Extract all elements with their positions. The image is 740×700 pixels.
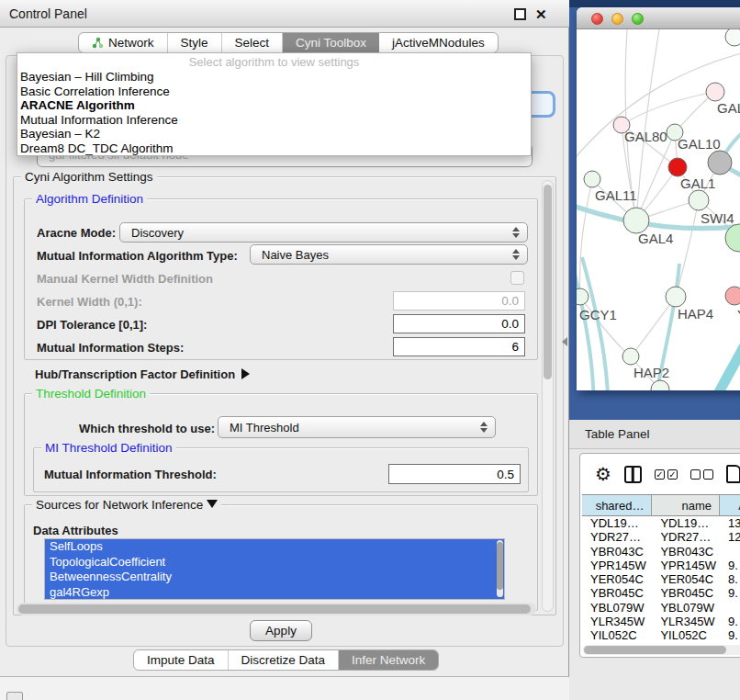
desktop-top-strip <box>569 0 740 7</box>
aracne-mode-combo[interactable]: Discovery <box>119 222 528 243</box>
combo-stepper-icon <box>512 245 520 264</box>
panel-splitter-arrow[interactable] <box>562 337 567 346</box>
which-threshold-value: MI Threshold <box>230 421 299 435</box>
kernel-width-label: Kernel Width (0,1): <box>37 295 142 309</box>
network-node[interactable] <box>668 158 687 176</box>
settings-vertical-scrollbar-thumb[interactable] <box>544 185 552 379</box>
network-node[interactable] <box>725 29 740 46</box>
mi-steps-field[interactable] <box>393 337 525 356</box>
network-node-gcy1[interactable] <box>577 288 589 305</box>
node-label: GAL10 <box>678 136 721 152</box>
column-header-name[interactable]: name <box>652 495 720 515</box>
network-node-hap4[interactable] <box>666 287 686 307</box>
algorithm-option[interactable]: Bayesian – Hill Climbing <box>17 70 531 85</box>
tab-infer-network[interactable]: Infer Network <box>339 650 438 670</box>
network-node-gal4[interactable] <box>623 208 649 233</box>
float-panel-icon[interactable] <box>514 8 526 20</box>
network-edge[interactable] <box>577 259 594 390</box>
attribute-item[interactable]: BetweennessCentrality <box>45 570 504 585</box>
tab-network[interactable]: Network <box>79 33 168 52</box>
minimize-window-icon[interactable] <box>611 13 623 25</box>
table-cell: YER054C <box>652 572 720 586</box>
algorithm-option[interactable]: ARACNE Algorithm <box>17 98 531 113</box>
table-row[interactable]: YBR043CYBR043C <box>582 545 740 559</box>
attribute-item[interactable]: gal4RGexp <box>45 585 504 601</box>
deselect-all-columns-icon[interactable] <box>690 469 713 480</box>
dpi-tolerance-field[interactable] <box>393 314 525 333</box>
algorithm-dropdown-items: Bayesian – Hill ClimbingBasic Correlatio… <box>17 70 531 155</box>
table-cell: YLR345W <box>652 615 720 628</box>
tab-discretize-data[interactable]: Discretize Data <box>229 650 340 670</box>
new-table-icon[interactable] <box>726 465 740 483</box>
network-canvas[interactable]: GALGAL80GAL10GAL1GAL11GAL4SWI4GCY1HAP4YH… <box>577 29 740 390</box>
table-cell: 9. <box>720 559 740 572</box>
table-toolbar: ⚙ ✓✓ <box>580 454 740 494</box>
tab-select[interactable]: Select <box>222 33 284 52</box>
column-header-shared…[interactable]: shared… <box>582 495 652 515</box>
split-columns-icon[interactable] <box>624 466 642 483</box>
table-cell: YPR145W <box>652 559 720 572</box>
select-all-columns-icon[interactable]: ✓✓ <box>655 469 678 480</box>
table-row[interactable]: YBR045CYBR045C9. <box>582 586 740 600</box>
settings-vertical-scrollbar[interactable] <box>542 180 554 612</box>
tab-impute-data[interactable]: Impute Data <box>134 650 229 670</box>
table-row[interactable]: YDR27…YDR27…12 <box>582 530 740 544</box>
network-node-y[interactable] <box>725 287 740 305</box>
network-node-gal11[interactable] <box>584 171 600 187</box>
apply-button[interactable]: Apply <box>250 620 312 641</box>
network-window[interactable]: GALGAL80GAL10GAL1GAL11GAL4SWI4GCY1HAP4YH… <box>577 7 740 390</box>
tab-cyni-toolbox[interactable]: Cyni Toolbox <box>283 33 379 52</box>
kernel-width-field[interactable] <box>393 291 525 310</box>
mi-algorithm-type-value: Naive Bayes <box>262 248 329 262</box>
network-window-titlebar[interactable] <box>577 7 740 29</box>
data-attributes-list[interactable]: SelfLoopsTopologicalCoefficientBetweenne… <box>44 538 505 600</box>
table-panel-titlebar: Table Panel <box>569 420 740 449</box>
table-panel: Table Panel ⚙ ✓✓ shared…nameA YDL19…YDL1… <box>569 420 740 700</box>
tab-jactivemnodules[interactable]: jActiveMNodules <box>379 33 498 52</box>
table-horizontal-scrollbar-thumb[interactable] <box>584 646 726 654</box>
network-edge[interactable] <box>622 92 715 125</box>
mi-threshold-field[interactable] <box>388 464 521 484</box>
table-panel-body: ⚙ ✓✓ shared…nameA YDL19…YDL19…13YDR27…YD… <box>579 453 740 658</box>
network-edge[interactable] <box>636 132 675 220</box>
tab-style[interactable]: Style <box>168 33 222 52</box>
table-row[interactable]: YPR145WYPR145W9. <box>582 559 740 572</box>
algorithm-definition-title: Algorithm Definition <box>32 192 147 206</box>
sources-group-title[interactable]: Sources for Network Inference <box>32 498 221 512</box>
close-panel-icon[interactable]: ✕ <box>535 8 547 20</box>
hub-tf-definition-toggle[interactable]: Hub/Transcription Factor Definition <box>35 367 250 381</box>
algorithm-option[interactable]: Mutual Information Inference <box>17 113 531 128</box>
attribute-item[interactable]: SelfLoops <box>45 539 504 555</box>
attribute-item[interactable]: TopologicalCoefficient <box>45 555 504 570</box>
table-horizontal-scrollbar[interactable] <box>583 645 740 655</box>
mi-algorithm-type-combo[interactable]: Naive Bayes <box>250 244 528 265</box>
zoom-window-icon[interactable] <box>632 13 644 25</box>
settings-horizontal-scrollbar[interactable] <box>17 603 536 615</box>
aracne-mode-label: Aracne Mode: <box>37 226 116 240</box>
network-node[interactable] <box>708 151 732 175</box>
table-row[interactable]: YLR345WYLR345W9. <box>582 615 740 628</box>
network-edge[interactable] <box>580 179 592 297</box>
attributes-scrollbar-thumb[interactable] <box>497 542 503 590</box>
algorithm-option[interactable]: Basic Correlation Inference <box>17 85 531 99</box>
table-row[interactable]: YDL19…YDL19…13 <box>582 516 740 530</box>
gear-icon[interactable]: ⚙ <box>595 465 611 483</box>
minimized-panel-icon[interactable] <box>6 692 23 700</box>
network-edge[interactable] <box>676 200 699 297</box>
attributes-scrollbar[interactable] <box>497 540 503 597</box>
table-row[interactable]: YBL079WYBL079W <box>582 601 740 615</box>
table-row[interactable]: YER054CYER054C8. <box>582 572 740 586</box>
column-header-a[interactable]: A <box>720 495 740 515</box>
network-edge[interactable] <box>712 300 740 390</box>
table-header-row: shared…nameA <box>582 494 740 516</box>
table-row[interactable]: YIL052CYIL052C9. <box>582 628 740 642</box>
network-node-gal1[interactable] <box>689 190 709 210</box>
network-node-gal[interactable] <box>706 83 724 101</box>
algorithm-option[interactable]: Bayesian – K2 <box>17 127 531 141</box>
algorithm-option[interactable]: Dream8 DC_TDC Algorithm <box>17 141 531 156</box>
settings-horizontal-scrollbar-thumb[interactable] <box>18 604 531 614</box>
which-threshold-combo[interactable]: MI Threshold <box>218 416 496 438</box>
network-node-hap2[interactable] <box>622 348 639 365</box>
manual-kernel-width-checkbox[interactable] <box>510 271 524 285</box>
close-window-icon[interactable] <box>591 13 603 25</box>
